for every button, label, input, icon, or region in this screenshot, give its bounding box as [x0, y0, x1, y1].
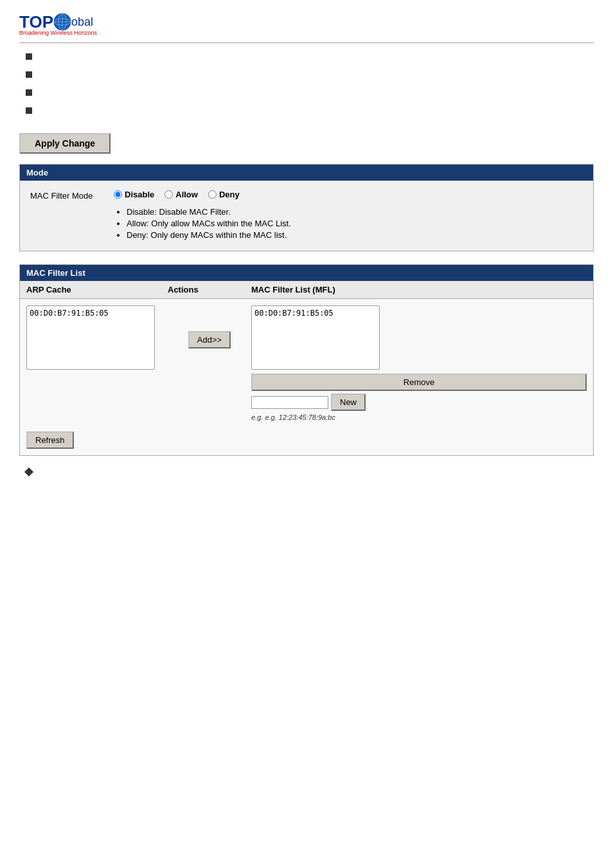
- mfl-col-header: MAC Filter List (MFL): [251, 285, 587, 294]
- mac-table-header: ARP Cache Actions MAC Filter List (MFL): [20, 281, 593, 299]
- new-button[interactable]: New: [331, 393, 366, 411]
- radio-disable[interactable]: Disable: [114, 190, 154, 199]
- radio-allow-label: Allow: [175, 190, 198, 199]
- mac-filter-section: MAC Filter List ARP Cache Actions MAC Fi…: [19, 264, 594, 456]
- nav-bullet-4: [26, 107, 594, 114]
- mac-filter-mode-radio-group: Disable Allow Deny: [114, 190, 583, 199]
- nav-bullet-2: [26, 71, 594, 78]
- remove-button[interactable]: Remove: [251, 374, 587, 391]
- bullet-square-icon: [26, 53, 32, 60]
- logo-bottom-text: obal: [71, 15, 93, 29]
- bullet-square-icon: [26, 71, 32, 78]
- logo-tagline: Broadening Wireless Horizons: [19, 30, 97, 36]
- globe-icon: [53, 13, 71, 31]
- bullet-square-icon: [26, 107, 32, 114]
- radio-deny-input[interactable]: [208, 190, 217, 199]
- mode-description: Disable: Disable MAC Filter. Allow: Only…: [114, 207, 583, 240]
- radio-disable-label: Disable: [125, 190, 154, 199]
- mode-header: Mode: [20, 165, 593, 181]
- arp-cache-entry[interactable]: 00:D0:B7:91:B5:05: [30, 309, 152, 318]
- radio-allow-input[interactable]: [164, 190, 173, 199]
- refresh-row: Refresh: [20, 428, 593, 455]
- refresh-button[interactable]: Refresh: [26, 431, 74, 449]
- actions-column: Add>>: [168, 305, 251, 348]
- actions-col-header: Actions: [168, 285, 251, 294]
- mfl-controls: Remove New e.g. e.g. 12:23:45:78:9a:bc: [251, 374, 587, 421]
- radio-deny[interactable]: Deny: [208, 190, 240, 199]
- logo-top-text: TOP: [19, 14, 53, 30]
- mode-section: Mode MAC Filter Mode Disable Allow: [19, 164, 594, 251]
- arp-cache-list[interactable]: 00:D0:B7:91:B5:05: [26, 305, 155, 370]
- mfl-entry[interactable]: 00:D0:B7:91:B5:05: [254, 309, 377, 318]
- diamond-icon: [24, 467, 33, 476]
- apply-change-button[interactable]: Apply Change: [19, 133, 111, 154]
- example-mac: e.g. 12:23:45:78:9a:bc: [265, 413, 335, 421]
- example-text: e.g. e.g. 12:23:45:78:9a:bc: [251, 413, 587, 421]
- arp-cache-col-header: ARP Cache: [26, 285, 168, 294]
- radio-deny-label: Deny: [219, 190, 240, 199]
- mfl-list[interactable]: 00:D0:B7:91:B5:05: [251, 305, 380, 370]
- mac-filter-mode-label: MAC Filter Mode: [30, 190, 114, 201]
- mode-desc-1: Disable: Disable MAC Filter.: [127, 207, 583, 217]
- logo-area: TOP obal Broadening Wireless Horizons: [19, 13, 594, 36]
- mode-desc-2: Allow: Only allow MACs within the MAC Li…: [127, 219, 583, 228]
- bullet-square-icon: [26, 89, 32, 96]
- mode-desc-3: Deny: Only deny MACs within the MAC list…: [127, 230, 583, 240]
- new-input-row: New: [251, 393, 587, 411]
- add-button[interactable]: Add>>: [188, 331, 231, 348]
- mfl-column: 00:D0:B7:91:B5:05 Remove New e.g. e.g. 1…: [251, 305, 587, 421]
- divider: [19, 42, 594, 43]
- nav-bullet-1: [26, 53, 594, 60]
- nav-bullet-3: [26, 89, 594, 96]
- radio-allow[interactable]: Allow: [164, 190, 198, 199]
- radio-disable-input[interactable]: [114, 190, 122, 199]
- arp-cache-column: 00:D0:B7:91:B5:05: [26, 305, 168, 370]
- mac-table-body: 00:D0:B7:91:B5:05 Add>> 00:D0:B7:91:B5:0…: [20, 299, 593, 428]
- mac-filter-header: MAC Filter List: [20, 265, 593, 281]
- nav-bullets: [19, 53, 594, 114]
- new-mac-input[interactable]: [251, 396, 328, 409]
- diamond-section: [19, 469, 594, 475]
